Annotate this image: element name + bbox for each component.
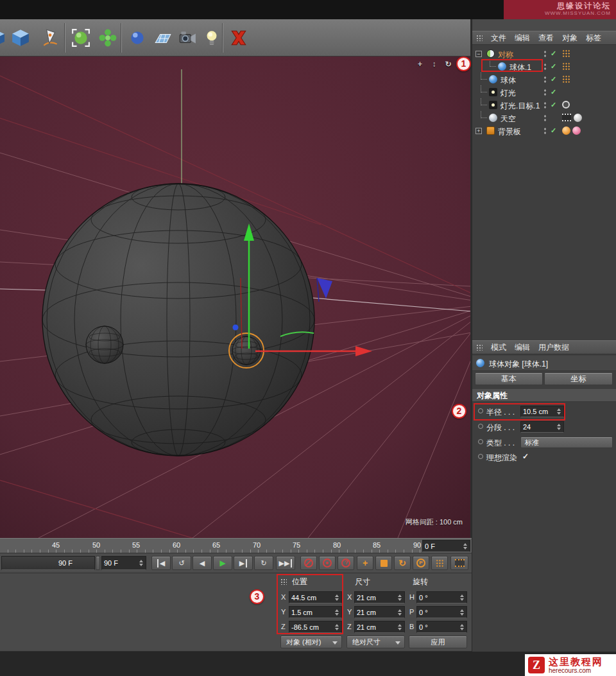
phong-tag-icon[interactable] [562,75,570,83]
visibility-dots[interactable] [543,63,547,71]
go-to-end-button[interactable]: ▶▶ [276,556,295,570]
visibility-dots[interactable] [543,89,547,96]
rotate-view-icon[interactable]: ↻ [443,59,454,69]
object-row-symmetry[interactable]: − 对称 ✓ [472,48,616,60]
tab-coordinates[interactable]: 坐标 [544,372,613,385]
material-tag-icon[interactable] [572,126,581,135]
key-points-button[interactable] [431,556,448,570]
visibility-dots[interactable] [543,50,547,58]
enabled-check-icon[interactable]: ✓ [551,62,556,71]
autokey-button[interactable] [319,556,336,570]
object-row-background[interactable]: + 背景板 ✓ [472,125,616,137]
tool-cube-button[interactable] [6,22,35,53]
axis-z-handle[interactable] [233,325,239,331]
size-y-input[interactable]: 21 cm [354,606,405,618]
keyframe-circle-icon[interactable] [478,424,483,429]
animation-palette-button[interactable] [450,556,468,570]
zoom-view-icon[interactable]: ↕ [429,59,440,69]
visibility-dots[interactable] [543,127,547,135]
current-frame-input[interactable]: 0 F [422,540,470,552]
menu-user-data[interactable]: 用户数据 [538,342,569,353]
apply-label: 应用 [431,637,445,647]
size-x-input[interactable]: 21 cm [354,591,405,603]
object-row-light-target[interactable]: 灯光.目标.1 ✓ [472,99,616,112]
panel-grip-icon[interactable] [476,35,483,41]
object-row-sky[interactable]: 天空 [472,112,616,125]
stepper-icon[interactable] [459,593,465,603]
rot-h-input[interactable]: 0 ° [416,591,467,603]
visibility-dots[interactable] [543,101,547,109]
key-scale-button[interactable] [375,556,392,570]
panel-grip-icon[interactable] [476,344,483,351]
tool-subdivision-button[interactable] [67,22,95,53]
phong-tag-icon[interactable] [562,62,570,71]
menu-file[interactable]: 文件 [491,33,506,44]
tool-stage-button[interactable] [225,22,253,53]
key-rotation-button[interactable]: ↻ [394,556,411,570]
play-backwards-button[interactable]: ↺ [172,556,191,570]
record-button[interactable] [300,556,317,570]
menu-tags[interactable]: 标签 [586,33,601,44]
stepper-icon[interactable] [459,607,465,618]
rot-b-input[interactable]: 0 ° [416,621,467,633]
tool-deformer-button[interactable] [123,22,151,53]
tab-basic[interactable]: 基本 [475,372,543,385]
menu-edit[interactable]: 编辑 [515,342,530,353]
menu-objects[interactable]: 对象 [562,33,578,44]
visibility-dots[interactable] [543,76,547,83]
enabled-check-icon[interactable]: ✓ [551,126,556,135]
stepper-icon[interactable] [138,558,144,568]
pan-view-icon[interactable]: + [415,59,425,69]
tool-spline-pen-button[interactable] [36,22,64,53]
render-perfect-checkbox[interactable]: ✓ [522,452,529,461]
size-mode-dropdown[interactable]: 绝对尺寸 [346,636,405,648]
menu-view[interactable]: 查看 [538,33,554,44]
material-tag-icon[interactable] [562,126,570,135]
end-frame-input[interactable]: 90 F [101,556,146,570]
expand-toggle-icon[interactable]: + [475,128,482,134]
tool-array-button[interactable] [94,22,122,53]
phong-tag-icon[interactable] [562,49,570,58]
target-tag-icon[interactable] [562,101,570,108]
visibility-dots[interactable] [543,114,547,122]
enabled-check-icon[interactable]: ✓ [551,75,556,83]
next-frame-button[interactable]: ▶ [234,556,253,570]
stepper-icon[interactable] [397,607,402,618]
timeline-range-slider[interactable]: 90 F [1,556,95,570]
viewport-3d[interactable]: + ↕ ↻ □ 网格间距 : 100 cm [0,56,472,538]
keyframe-selection-button[interactable] [338,556,354,570]
timeline-ruler[interactable]: 45 50 55 60 65 70 75 80 85 90 0 F [0,538,472,553]
stepper-icon[interactable] [462,541,468,551]
play-button[interactable]: ▶ [213,556,232,570]
apply-button[interactable]: 应用 [409,636,467,648]
enabled-check-icon[interactable]: ✓ [551,49,556,58]
object-mode-dropdown[interactable]: 对象 (相对) [280,636,342,648]
slider-handle[interactable] [96,556,100,570]
stepper-icon[interactable] [556,422,561,432]
previous-frame-button[interactable]: ◀ [193,556,212,570]
key-parameter-button[interactable]: P [413,556,429,570]
segments-input[interactable]: 24 [520,421,564,433]
menu-mode[interactable]: 模式 [491,342,506,353]
menu-edit[interactable]: 编辑 [515,33,530,44]
rot-p-input[interactable]: 0 ° [416,606,467,618]
enabled-check-icon[interactable]: ✓ [551,101,556,109]
stepper-icon[interactable] [397,622,402,632]
collapse-toggle-icon[interactable]: − [475,51,482,57]
size-z-input[interactable]: 21 cm [354,621,405,633]
material-tag-icon[interactable] [574,114,582,122]
key-position-button[interactable]: + [357,556,373,570]
go-to-start-button[interactable]: ◀ [151,556,171,570]
keyframe-circle-icon[interactable] [478,439,483,444]
type-dropdown[interactable]: 标准 [520,437,613,448]
keyframe-circle-icon[interactable] [478,454,483,459]
sphere-object[interactable] [42,184,314,456]
compositing-tag-icon[interactable] [562,114,571,121]
object-row-light[interactable]: 灯光 ✓ [472,86,616,99]
sphere-mirrored-small[interactable] [86,326,123,363]
stepper-icon[interactable] [459,622,465,632]
stepper-icon[interactable] [397,593,402,603]
loop-button[interactable]: ↻ [254,556,273,570]
enabled-check-icon[interactable]: ✓ [551,88,556,96]
object-row-sphere[interactable]: 球体 ✓ [472,73,616,86]
